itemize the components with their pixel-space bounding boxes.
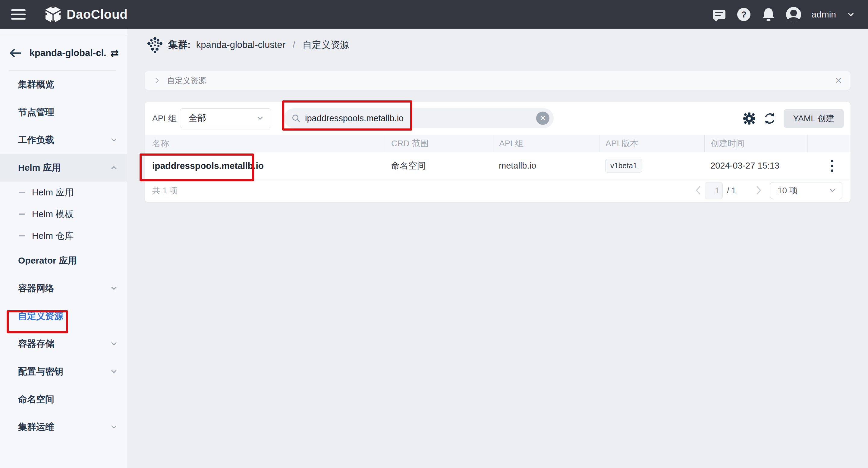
page-total-label: / 1	[727, 179, 736, 202]
sidebar-subitem-helm-templates[interactable]: Helm 模板	[0, 203, 127, 225]
dash-icon	[19, 213, 25, 215]
clear-search-icon[interactable]: ✕	[536, 112, 550, 125]
column-header-api-version[interactable]: API 版本	[599, 135, 704, 152]
api-version-cell: v1beta1	[599, 152, 704, 179]
sidebar-item-config-secrets[interactable]: 配置与密钥	[0, 358, 127, 385]
pagination-prev-icon[interactable]	[694, 184, 703, 197]
custom-resources-card: API 组 全部 ✕	[145, 102, 850, 202]
search-box: ✕	[284, 108, 554, 128]
api-group-select[interactable]: 全部	[180, 108, 271, 128]
chevron-down-icon	[828, 186, 837, 195]
user-avatar[interactable]	[786, 7, 801, 22]
column-header-name[interactable]: 名称	[145, 135, 385, 152]
table-row[interactable]: ipaddresspools.metallb.io 命名空间 metallb.i…	[145, 152, 850, 179]
cluster-name-label: kpanda-global-cl...	[30, 48, 107, 59]
column-header-api-group[interactable]: API 组	[493, 135, 599, 152]
chevron-right-icon	[153, 77, 161, 84]
sidebar-subitem-helm-apps[interactable]: Helm 应用	[0, 181, 127, 203]
table-footer: 共 1 项 / 1 10 项	[145, 179, 850, 202]
panel-close-icon[interactable]: ✕	[835, 76, 842, 86]
cluster-switch-icon[interactable]: ⇄	[110, 47, 119, 59]
hamburger-menu-icon[interactable]	[11, 9, 26, 20]
sidebar-item-helm-apps-section[interactable]: Helm 应用	[0, 154, 127, 181]
created-at-cell: 2024-03-27 15:13	[704, 152, 807, 179]
dash-icon	[19, 192, 25, 193]
api-group-filter-label: API 组	[152, 102, 177, 135]
page-number-input[interactable]	[705, 182, 723, 199]
search-input[interactable]	[305, 113, 536, 123]
column-header-created-at[interactable]: 创建时间	[704, 135, 807, 152]
column-header-actions	[807, 135, 850, 152]
api-version-badge: v1beta1	[605, 159, 642, 173]
sidebar-nav: 集群概览 节点管理 工作负载 Helm 应用 Helm 应用	[0, 70, 127, 441]
brand-name: DaoCloud	[67, 7, 127, 22]
search-icon	[291, 113, 301, 123]
sidebar-item-custom-resources[interactable]: 自定义资源	[0, 302, 127, 330]
api-group-cell: metallb.io	[493, 152, 599, 179]
yaml-create-button[interactable]: YAML 创建	[784, 109, 844, 128]
chevron-down-icon	[110, 367, 118, 376]
filter-toolbar: API 组 全部 ✕	[145, 102, 850, 135]
sidebar-item-container-network[interactable]: 容器网络	[0, 274, 127, 302]
page-size-select[interactable]: 10 项	[770, 182, 842, 199]
sidebar-item-operator-apps[interactable]: Operator 应用	[0, 247, 127, 274]
kebab-menu-icon[interactable]	[831, 160, 833, 172]
refresh-icon[interactable]	[763, 112, 776, 125]
crd-scope-cell: 命名空间	[385, 152, 493, 179]
panel-title: 自定义资源	[167, 76, 206, 86]
chevron-up-icon	[110, 164, 118, 172]
sidebar-cluster-header: kpanda-global-cl... ⇄	[0, 36, 127, 70]
breadcrumb-current-page: 自定义资源	[303, 38, 349, 51]
top-bar: DaoCloud ? admin	[0, 0, 868, 29]
topbar-actions: ? admin	[712, 7, 855, 22]
sidebar-item-namespaces[interactable]: 命名空间	[0, 385, 127, 413]
message-icon[interactable]	[712, 7, 726, 22]
sidebar-item-cluster-overview[interactable]: 集群概览	[0, 70, 127, 98]
sidebar: kpanda-global-cl... ⇄ 集群概览 节点管理 工作负载 Hel…	[0, 29, 127, 468]
breadcrumb: 集群: kpanda-global-cluster / 自定义资源	[147, 34, 349, 56]
sidebar-subitem-helm-repos[interactable]: Helm 仓库	[0, 225, 127, 247]
breadcrumb-separator: /	[293, 39, 296, 50]
breadcrumb-cluster-name[interactable]: kpanda-global-cluster	[196, 39, 285, 50]
chevron-down-icon	[110, 284, 118, 293]
row-actions-cell	[807, 152, 850, 179]
sidebar-item-cluster-ops[interactable]: 集群运维	[0, 413, 127, 441]
total-count-label: 共 1 项	[152, 179, 178, 202]
user-menu-chevron-down-icon[interactable]	[846, 10, 855, 19]
chevron-down-icon	[256, 114, 264, 122]
app-screen: DaoCloud ? admin	[0, 0, 868, 468]
collapsible-panel-bar[interactable]: 自定义资源 ✕	[145, 71, 850, 90]
settings-gear-icon[interactable]	[743, 112, 756, 125]
sidebar-item-workloads[interactable]: 工作负载	[0, 126, 127, 154]
chevron-down-icon	[110, 136, 118, 144]
daocloud-cube-icon	[44, 5, 62, 24]
help-icon[interactable]: ?	[737, 7, 751, 22]
brand-logo[interactable]: DaoCloud	[44, 5, 127, 24]
resource-name-cell[interactable]: ipaddresspools.metallb.io	[145, 152, 385, 179]
chevron-down-icon	[110, 423, 118, 431]
breadcrumb-cluster-prefix: 集群:	[168, 38, 191, 52]
pagination-next-icon[interactable]	[754, 184, 763, 197]
back-arrow-icon[interactable]	[9, 48, 22, 59]
username-label: admin	[811, 9, 836, 20]
column-header-crd-scope[interactable]: CRD 范围	[385, 135, 493, 152]
sidebar-item-node-management[interactable]: 节点管理	[0, 98, 127, 126]
table-header: 名称 CRD 范围 API 组 API 版本 创建时间	[145, 135, 850, 152]
cluster-dots-icon	[147, 36, 163, 53]
notification-bell-icon[interactable]	[761, 7, 776, 22]
chevron-down-icon	[110, 340, 118, 348]
sidebar-item-container-storage[interactable]: 容器存储	[0, 330, 127, 358]
dash-icon	[19, 235, 25, 236]
